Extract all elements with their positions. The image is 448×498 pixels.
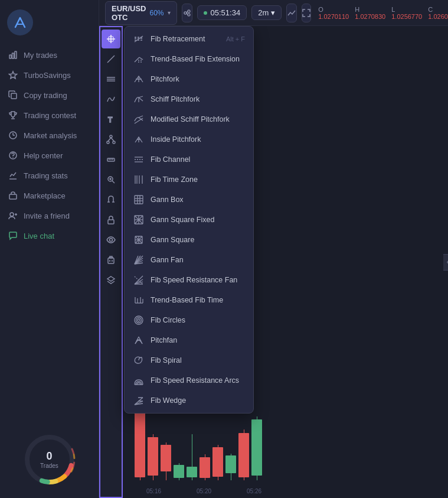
menu-item-fib-time-zone[interactable]: Fib Time Zone xyxy=(125,170,253,190)
menu-item-fib-retracement[interactable]: Fib Retracement Alt + F xyxy=(125,29,253,49)
svg-text:T: T xyxy=(108,116,113,124)
ohlc-bar: O 1.0270110 H 1.0270830 L 1.0256770 C 1.… xyxy=(318,6,448,20)
sidebar-item-label: Trading contest xyxy=(24,111,76,120)
fib-speed-fan-icon xyxy=(133,275,145,285)
curve-tool[interactable] xyxy=(102,90,120,109)
svg-point-25 xyxy=(188,10,190,12)
candle xyxy=(212,445,223,480)
sidebar-item-market-analysis[interactable]: Market analysis xyxy=(0,125,99,145)
eye-tool[interactable] xyxy=(102,230,120,249)
trash-tool[interactable] xyxy=(102,250,120,269)
menu-item-gann-square[interactable]: Gann Square xyxy=(125,230,253,250)
sidebar-item-invite-friend[interactable]: Invite a friend xyxy=(0,206,99,226)
candle xyxy=(200,454,210,480)
svg-line-47 xyxy=(112,181,115,183)
time-value: 05:51:34 xyxy=(211,8,241,17)
pitchfork-icon xyxy=(133,74,145,84)
menu-item-gann-square-fixed[interactable]: Gann Square Fixed xyxy=(125,210,253,230)
trend-fib-ext-icon xyxy=(133,54,145,64)
svg-line-32 xyxy=(107,56,115,63)
drawing-tools-menu: Fib Retracement Alt + F Trend-Based Fib … xyxy=(124,26,254,414)
menu-item-schiff-pitchfork[interactable]: Schiff Pitchfork xyxy=(125,89,253,109)
menu-item-fib-circles[interactable]: Fib Circles xyxy=(125,310,253,330)
menu-item-gann-fan[interactable]: Gann Fan xyxy=(125,250,253,270)
modified-schiff-icon xyxy=(133,114,145,125)
candle xyxy=(238,429,249,480)
sidebar-item-turbo-savings[interactable]: TurboSavings xyxy=(0,65,99,85)
menu-item-gann-box[interactable]: Gann Box xyxy=(125,190,253,210)
copy-icon xyxy=(8,90,18,100)
indicators-button[interactable] xyxy=(182,4,192,22)
sidebar-item-trading-contest[interactable]: Trading contest xyxy=(0,105,99,125)
trades-count: 0 xyxy=(46,450,52,463)
path-tool[interactable] xyxy=(102,130,120,149)
fib-circles-icon xyxy=(133,315,145,326)
horizontal-lines-tool[interactable] xyxy=(102,70,120,89)
candle xyxy=(135,408,145,480)
menu-item-trend-fib-ext[interactable]: Trend-Based Fib Extension xyxy=(125,49,253,69)
sidebar-item-label: Market analysis xyxy=(24,131,77,140)
menu-item-pitchfan[interactable]: Pitchfan xyxy=(125,330,253,350)
svg-rect-78 xyxy=(135,196,143,204)
fullscreen-button[interactable] xyxy=(302,4,311,22)
market-icon xyxy=(8,191,18,200)
sidebar-item-label: My trades xyxy=(24,51,57,60)
menu-item-modified-schiff[interactable]: Modified Schiff Pitchfork xyxy=(125,109,253,129)
menu-item-label: Fib Retracement xyxy=(151,35,205,43)
candle xyxy=(161,442,171,480)
menu-item-label: Fib Channel xyxy=(151,155,190,164)
menu-item-fib-wedge[interactable]: Fib Wedge xyxy=(125,390,253,411)
ruler-tool[interactable] xyxy=(102,150,120,169)
svg-point-111 xyxy=(138,319,140,321)
menu-item-trend-fib-time[interactable]: Trend-Based Fib Time xyxy=(125,290,253,310)
pair-pct: 60% xyxy=(150,9,164,17)
svg-line-63 xyxy=(135,57,139,62)
magnet-tool[interactable] xyxy=(102,190,120,209)
shortcut-label: Alt + F xyxy=(226,35,245,43)
tools-panel: T xyxy=(99,26,123,498)
logo xyxy=(7,9,33,35)
svg-point-14 xyxy=(10,213,14,216)
chart-type-button[interactable] xyxy=(286,4,297,22)
trend-line-tool[interactable] xyxy=(102,50,120,69)
sidebar-item-help-center[interactable]: Help center xyxy=(0,145,99,165)
lock-tool[interactable] xyxy=(102,210,120,229)
sidebar-item-live-chat[interactable]: Live chat xyxy=(0,226,99,246)
menu-item-fib-speed-arcs[interactable]: Fib Speed Resistance Arcs xyxy=(125,370,253,390)
star-icon xyxy=(8,70,18,80)
sidebar-item-my-trades[interactable]: My trades xyxy=(0,45,99,65)
inside-pitchfork-icon xyxy=(133,134,145,145)
ohlc-o: O 1.0270110 xyxy=(318,6,349,20)
crosshair-tool[interactable] xyxy=(102,30,120,48)
chart-area: T xyxy=(99,26,448,498)
menu-item-label: Trend-Based Fib Extension xyxy=(151,55,240,63)
menu-item-fib-spiral[interactable]: Fib Spiral xyxy=(125,350,253,370)
candle xyxy=(225,454,236,480)
sidebar-item-trading-stats[interactable]: Trading stats xyxy=(0,165,99,185)
menu-item-label: Trend-Based Fib Time xyxy=(151,296,223,304)
layers-tool[interactable] xyxy=(102,271,120,289)
menu-item-inside-pitchfork[interactable]: Inside Pitchfork xyxy=(125,129,253,149)
menu-item-pitchfork[interactable]: Pitchfork xyxy=(125,69,253,89)
invite-icon xyxy=(8,211,18,220)
stats-icon xyxy=(8,171,18,180)
fib-wedge-icon xyxy=(133,395,145,406)
menu-item-fib-speed-fan[interactable]: Fib Speed Resistance Fan xyxy=(125,270,253,290)
menu-item-fib-channel[interactable]: Fib Channel xyxy=(125,149,253,170)
candle xyxy=(187,434,197,480)
interval-selector[interactable]: 2m ▾ xyxy=(251,5,282,20)
menu-item-label: Pitchfan xyxy=(151,336,177,344)
sidebar-item-label: Copy trading xyxy=(24,91,67,100)
gann-square-icon xyxy=(133,235,145,245)
interval-value: 2m xyxy=(258,8,269,17)
menu-item-label: Modified Schiff Pitchfork xyxy=(151,115,230,123)
pair-selector[interactable]: EUR/USD OTC 60% ▾ xyxy=(105,1,177,25)
zoom-tool[interactable] xyxy=(102,170,120,189)
sidebar-item-label: Marketplace xyxy=(24,191,66,200)
sidebar-item-marketplace[interactable]: Marketplace xyxy=(0,185,99,206)
sidebar-item-copy-trading[interactable]: Copy trading xyxy=(0,85,99,105)
svg-rect-52 xyxy=(108,220,114,224)
svg-rect-13 xyxy=(9,194,17,199)
text-tool[interactable]: T xyxy=(102,110,120,129)
candle xyxy=(148,434,158,480)
